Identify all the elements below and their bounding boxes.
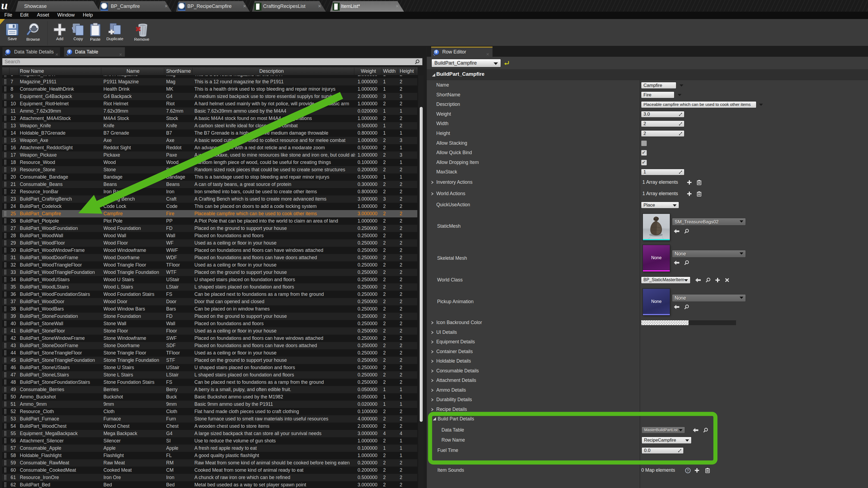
svg-text:u: u — [1, 0, 8, 11]
svg-text:?: ? — [687, 468, 689, 473]
